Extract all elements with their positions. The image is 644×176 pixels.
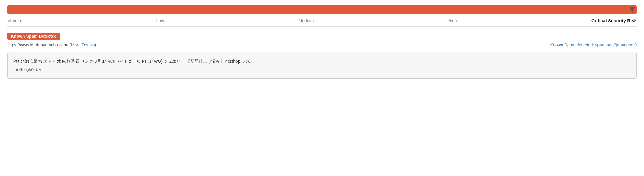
more-details-link[interactable]: More Details (71, 42, 95, 47)
label-low: Low (156, 18, 164, 23)
spam-url-right: Known Spam detected: spam-seo?japanese.0 (550, 42, 637, 47)
risk-indicator-icon (630, 7, 635, 12)
risk-bar-section: Minimal Low Medium High Critical Securit… (0, 0, 644, 26)
code-text: <title>激安販売 ストア 水色 模造石 リング 8号 14金ホワイトゴール… (14, 58, 630, 65)
risk-bar-container (7, 5, 637, 14)
page-wrapper: Minimal Low Medium High Critical Securit… (0, 0, 644, 85)
spam-section: Known Spam Detected https://www.igartuay… (0, 27, 644, 52)
label-minimal: Minimal (7, 18, 22, 23)
spam-detail-link[interactable]: Known Spam detected: spam-seo?japanese.0 (550, 42, 637, 47)
code-box: <title>激安販売 ストア 水色 模造石 リング 8号 14金ホワイトゴール… (7, 52, 637, 79)
label-high: High (448, 18, 457, 23)
bottom-divider (7, 85, 637, 85)
label-medium: Medium (299, 18, 314, 23)
code-note: for Google's UA (14, 66, 630, 73)
risk-labels: Minimal Low Medium High Critical Securit… (7, 17, 637, 23)
spam-base-url: https://www.igartuayamaha.com/ (7, 42, 68, 47)
spam-url-row: https://www.igartuayamaha.com/ (More Det… (7, 42, 637, 47)
label-critical: Critical Security Risk (591, 18, 637, 23)
spam-url-left: https://www.igartuayamaha.com/ (More Det… (7, 42, 96, 47)
risk-bar-track (7, 5, 637, 14)
spam-badge: Known Spam Detected (7, 33, 60, 40)
code-box-wrapper: <title>激安販売 ストア 水色 模造石 リング 8号 14金ホワイトゴール… (0, 52, 644, 85)
